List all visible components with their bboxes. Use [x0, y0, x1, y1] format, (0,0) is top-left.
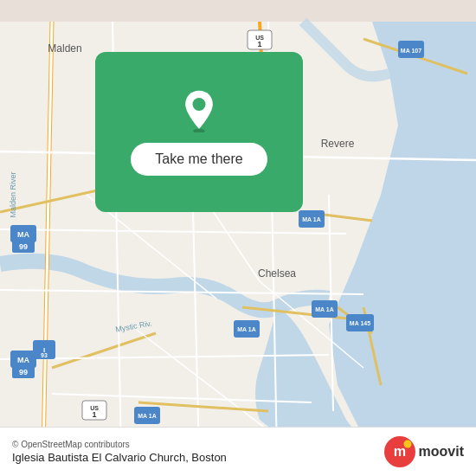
moovit-label: moovit: [419, 444, 464, 460]
svg-point-61: [193, 128, 204, 132]
svg-point-65: [403, 441, 411, 448]
moovit-icon: m: [384, 436, 415, 467]
svg-text:MA 107: MA 107: [401, 48, 421, 54]
svg-text:Revere: Revere: [321, 138, 355, 150]
svg-text:99: 99: [19, 368, 28, 376]
take-me-there-button[interactable]: Take me there: [131, 143, 267, 176]
svg-text:Chelsea: Chelsea: [258, 267, 296, 280]
svg-text:MA 1A: MA 1A: [138, 413, 157, 419]
svg-text:MA 1A: MA 1A: [237, 326, 256, 332]
svg-text:93: 93: [41, 352, 48, 358]
location-pin-icon: [177, 89, 221, 132]
location-popup: Take me there: [95, 52, 303, 212]
location-title: Iglesia Bautista El Calvario Church, Bos…: [12, 451, 227, 464]
moovit-logo: m moovit: [384, 436, 464, 467]
map-container: MA 99 MA 99 US 1 US 1 I 93 MA 107 MA 1A …: [0, 0, 476, 476]
svg-text:99: 99: [19, 242, 28, 251]
bottom-info: © OpenStreetMap contributors Iglesia Bau…: [12, 440, 227, 464]
svg-text:1: 1: [257, 40, 261, 48]
svg-text:Malden River: Malden River: [9, 171, 17, 217]
svg-text:Malden: Malden: [48, 42, 81, 55]
svg-point-62: [193, 98, 206, 111]
svg-text:MA: MA: [17, 230, 29, 239]
svg-text:MA 1A: MA 1A: [302, 216, 321, 222]
osm-attribution: © OpenStreetMap contributors: [12, 440, 227, 449]
bottom-bar: © OpenStreetMap contributors Iglesia Bau…: [0, 427, 476, 476]
svg-text:MA 1A: MA 1A: [315, 306, 334, 312]
svg-text:MA: MA: [17, 356, 29, 364]
svg-text:MA 145: MA 145: [350, 320, 370, 326]
svg-text:1: 1: [92, 410, 96, 419]
